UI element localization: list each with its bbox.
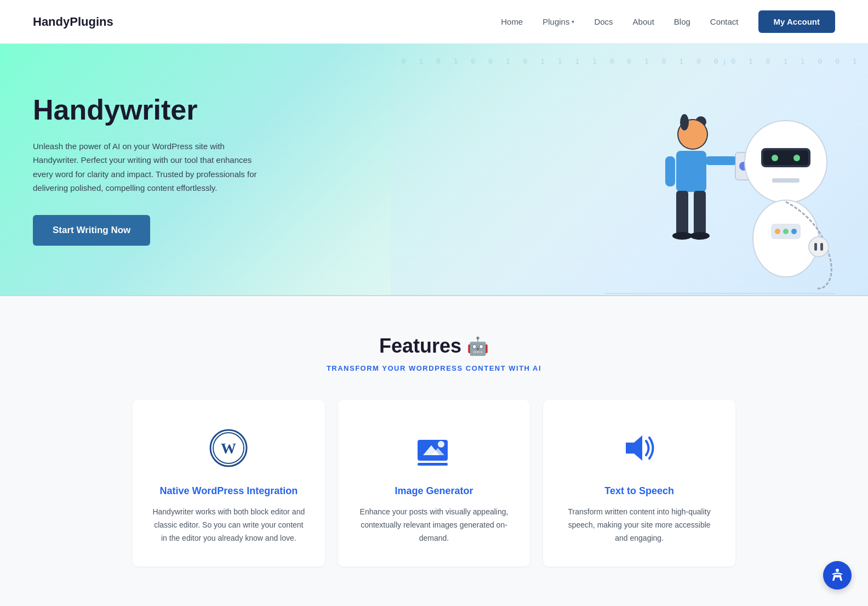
chevron-down-icon: ▾ bbox=[572, 19, 574, 25]
image-generator-icon bbox=[412, 426, 456, 470]
features-grid: W Native WordPress Integration Handywrit… bbox=[133, 400, 735, 567]
feature-card-desc-wordpress: Handywriter works with both block editor… bbox=[152, 506, 305, 545]
nav-docs[interactable]: Docs bbox=[594, 17, 613, 26]
svg-point-37 bbox=[836, 569, 839, 572]
nav-about[interactable]: About bbox=[633, 17, 654, 26]
svg-point-22 bbox=[775, 229, 780, 234]
feature-card-desc-image: Enhance your posts with visually appeali… bbox=[358, 506, 511, 545]
brand-logo[interactable]: HandyPlugins bbox=[33, 15, 113, 29]
hero-description: Unleash the power of AI on your WordPres… bbox=[33, 139, 263, 195]
svg-rect-16 bbox=[763, 150, 808, 165]
feature-card-title-speech: Text to Speech bbox=[604, 485, 674, 497]
svg-rect-9 bbox=[705, 156, 738, 165]
text-to-speech-icon bbox=[618, 426, 661, 470]
robot-icon: 🤖 bbox=[467, 336, 489, 356]
main-nav: Home Plugins ▾ Docs About Blog Contact M… bbox=[501, 10, 835, 33]
svg-point-17 bbox=[772, 155, 778, 161]
hero-divider bbox=[0, 295, 868, 296]
feature-card-title-wordpress: Native WordPress Integration bbox=[159, 485, 298, 497]
svg-point-8 bbox=[690, 232, 710, 240]
hero-content: Handywriter Unleash the power of AI on y… bbox=[0, 61, 296, 278]
hero-title: Handywriter bbox=[33, 94, 263, 126]
svg-point-34 bbox=[438, 441, 444, 448]
svg-text:W: W bbox=[221, 440, 236, 457]
features-header: Features 🤖 TRANSFORM YOUR WORDPRESS CONT… bbox=[33, 335, 835, 372]
hero-illustration bbox=[605, 77, 835, 296]
feature-card-desc-speech: Transform written content into high-qual… bbox=[563, 506, 716, 545]
svg-rect-6 bbox=[694, 191, 706, 235]
svg-rect-5 bbox=[676, 191, 688, 235]
svg-rect-19 bbox=[772, 178, 800, 183]
start-writing-button[interactable]: Start Writing Now bbox=[33, 215, 150, 246]
svg-point-7 bbox=[672, 232, 692, 240]
svg-rect-26 bbox=[814, 243, 817, 251]
my-account-button[interactable]: My Account bbox=[758, 10, 835, 33]
hero-section: Handywriter Unleash the power of AI on y… bbox=[0, 44, 868, 296]
nav-plugins[interactable]: Plugins ▾ bbox=[542, 17, 574, 26]
nav-blog[interactable]: Blog bbox=[674, 17, 690, 26]
accessibility-button[interactable] bbox=[823, 561, 852, 590]
feature-card-image-generator: Image Generator Enhance your posts with … bbox=[338, 400, 530, 567]
site-header: HandyPlugins Home Plugins ▾ Docs About B… bbox=[0, 0, 868, 44]
svg-point-13 bbox=[680, 114, 689, 131]
svg-rect-4 bbox=[676, 151, 706, 192]
features-title: Features 🤖 bbox=[33, 335, 835, 358]
svg-point-23 bbox=[783, 229, 789, 234]
svg-rect-27 bbox=[820, 243, 823, 251]
svg-marker-36 bbox=[626, 435, 642, 461]
wordpress-icon: W bbox=[207, 426, 250, 470]
nav-contact[interactable]: Contact bbox=[710, 17, 739, 26]
feature-card-wordpress: W Native WordPress Integration Handywrit… bbox=[133, 400, 325, 567]
svg-rect-12 bbox=[665, 156, 675, 186]
svg-point-24 bbox=[791, 229, 797, 234]
nav-home[interactable]: Home bbox=[501, 17, 523, 26]
features-section: Features 🤖 TRANSFORM YOUR WORDPRESS CONT… bbox=[0, 296, 868, 605]
svg-point-25 bbox=[809, 237, 829, 257]
svg-point-18 bbox=[793, 155, 800, 161]
feature-card-text-to-speech: Text to Speech Transform written content… bbox=[543, 400, 735, 567]
features-subtitle: TRANSFORM YOUR WORDPRESS CONTENT WITH AI bbox=[33, 364, 835, 372]
svg-rect-35 bbox=[418, 463, 448, 466]
feature-card-title-image: Image Generator bbox=[395, 485, 473, 497]
